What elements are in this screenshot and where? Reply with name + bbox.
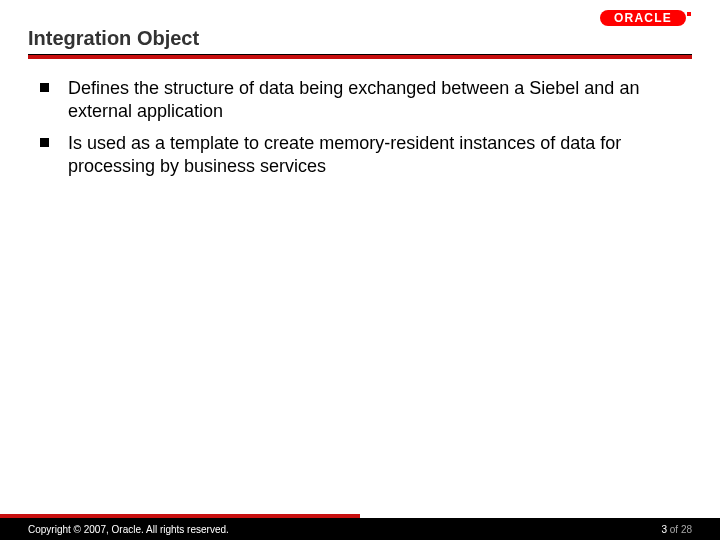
footer-bar: Copyright © 2007, Oracle. All rights res… — [0, 518, 720, 540]
slide-header: ORACLE Integration Object — [0, 0, 720, 54]
bullet-list: Defines the structure of data being exch… — [40, 77, 680, 179]
svg-text:ORACLE: ORACLE — [614, 11, 672, 25]
slide-content: Defines the structure of data being exch… — [0, 59, 720, 179]
page-sep: of — [667, 524, 681, 535]
list-item: Is used as a template to create memory-r… — [40, 132, 680, 179]
list-item: Defines the structure of data being exch… — [40, 77, 680, 124]
slide-footer: Copyright © 2007, Oracle. All rights res… — [0, 516, 720, 540]
oracle-logo-icon: ORACLE — [600, 10, 692, 26]
header-accent-bar — [28, 55, 692, 59]
slide-title: Integration Object — [28, 27, 199, 50]
page-total: 28 — [681, 524, 692, 535]
svg-rect-2 — [687, 12, 691, 16]
copyright-text: Copyright © 2007, Oracle. All rights res… — [28, 524, 229, 535]
page-number: 3 of 28 — [661, 524, 692, 535]
oracle-logo: ORACLE — [600, 10, 692, 26]
